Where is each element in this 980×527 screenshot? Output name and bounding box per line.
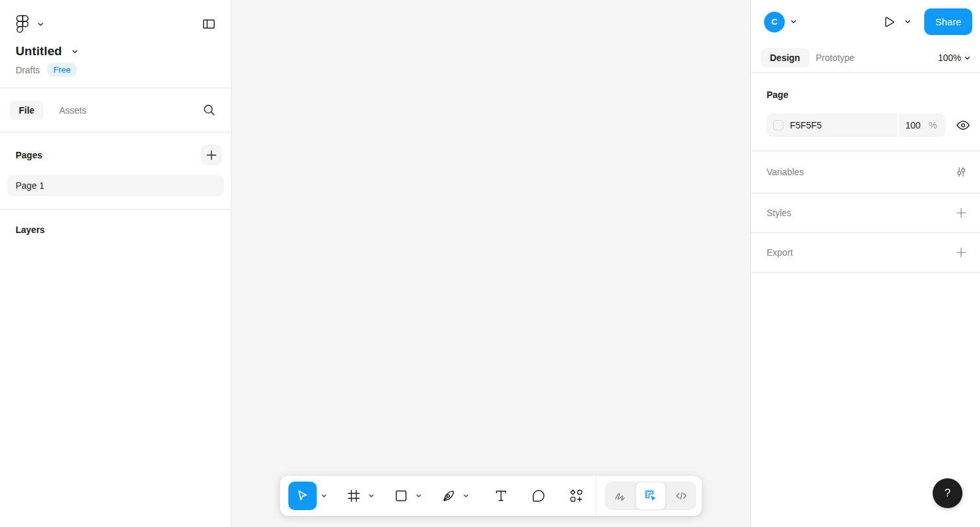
file-title-row[interactable]: Untitled (0, 34, 231, 58)
play-icon (881, 14, 896, 30)
design-mode-icon (643, 488, 658, 504)
left-sidebar: Untitled Drafts Free File Assets Pages P… (0, 0, 232, 527)
right-sidebar: C Share Design Prototype 100% Page (750, 0, 980, 527)
avatar[interactable]: C (764, 12, 785, 32)
dev-mode-button[interactable] (666, 482, 697, 510)
panel-left-icon (201, 16, 217, 32)
pen-icon (441, 488, 457, 504)
tab-design[interactable]: Design (761, 48, 809, 67)
export-label: Export (767, 247, 793, 258)
page-color-input: F5F5F5 100 % (767, 114, 946, 137)
file-meta: Drafts Free (0, 58, 231, 77)
opacity-field[interactable]: 100 % (899, 114, 946, 137)
opacity-value: 100 (905, 120, 920, 130)
chevron-down-icon (964, 55, 971, 62)
pen-tool-button[interactable] (438, 482, 459, 510)
variables-label: Variables (767, 167, 804, 177)
plus-icon (955, 206, 968, 219)
actions-tool-button[interactable] (566, 482, 587, 510)
add-export-button[interactable] (951, 243, 971, 262)
collapse-sidebar-button[interactable] (198, 14, 219, 34)
actions-icon (569, 488, 584, 504)
page-section-title: Page (751, 90, 980, 100)
tab-file[interactable]: File (10, 101, 43, 120)
add-page-button[interactable] (201, 145, 222, 165)
draw-icon (612, 488, 628, 504)
open-variables-button[interactable] (951, 162, 971, 182)
share-button[interactable]: Share (924, 8, 972, 35)
styles-label: Styles (767, 208, 791, 218)
help-button[interactable]: ? (933, 478, 962, 508)
dev-mode-icon (673, 488, 689, 504)
present-menu-chevron[interactable] (900, 12, 916, 32)
layers-title: Layers (16, 225, 45, 235)
frame-tool-button[interactable] (344, 482, 365, 510)
add-style-button[interactable] (951, 203, 971, 223)
tab-assets[interactable]: Assets (59, 105, 86, 116)
draw-mode-button[interactable] (605, 482, 636, 510)
rectangle-icon (394, 488, 409, 504)
visibility-toggle[interactable] (954, 116, 972, 134)
design-mode-button[interactable] (636, 482, 666, 510)
hex-value: F5F5F5 (790, 120, 822, 130)
move-tool-button[interactable] (289, 482, 317, 510)
frame-tool-menu-chevron[interactable] (365, 482, 379, 510)
canvas[interactable] (232, 0, 750, 527)
comment-tool-button[interactable] (529, 482, 549, 510)
frame-icon (346, 488, 362, 504)
eye-icon (955, 117, 971, 133)
zoom-level: 100% (938, 53, 961, 63)
sliders-icon (954, 165, 968, 179)
breadcrumb[interactable]: Drafts (16, 65, 40, 75)
page-color-row: F5F5F5 100 % (767, 114, 972, 137)
comment-icon (531, 488, 547, 504)
figma-logo-icon (16, 15, 29, 33)
variables-section-row[interactable]: Variables (751, 151, 980, 193)
page-name: Page 1 (16, 180, 44, 191)
pages-header: Pages (0, 132, 231, 169)
page-list-item[interactable]: Page 1 (7, 175, 224, 196)
question-icon: ? (944, 487, 950, 500)
text-tool-button[interactable] (491, 482, 512, 510)
text-icon (494, 488, 509, 504)
zoom-control[interactable]: 100% (938, 53, 971, 63)
toolbar-divider (596, 476, 597, 516)
present-button[interactable] (878, 11, 900, 33)
mode-switch (605, 482, 697, 510)
search-icon[interactable] (200, 101, 219, 119)
left-sidebar-header (0, 0, 231, 34)
plus-icon (955, 246, 968, 259)
plus-icon (205, 149, 218, 162)
right-sidebar-tabs: Design Prototype 100% (751, 43, 980, 73)
hex-field[interactable]: F5F5F5 (767, 114, 898, 137)
left-sidebar-tabs: File Assets (0, 88, 231, 132)
page-section: Page F5F5F5 100 % (751, 73, 980, 151)
move-tool-menu-chevron[interactable] (317, 482, 331, 510)
file-title: Untitled (16, 44, 62, 58)
tab-prototype[interactable]: Prototype (816, 53, 855, 63)
plan-badge[interactable]: Free (47, 63, 77, 77)
bottom-toolbar (280, 476, 702, 516)
pages-title: Pages (16, 150, 42, 160)
move-cursor-icon (295, 488, 311, 504)
styles-section-row[interactable]: Styles (751, 193, 980, 233)
color-swatch[interactable] (773, 120, 783, 130)
export-section-row[interactable]: Export (751, 233, 980, 273)
opacity-unit: % (929, 120, 937, 130)
account-menu-chevron[interactable] (785, 12, 802, 32)
layers-header: Layers (0, 210, 231, 235)
shape-tool-menu-chevron[interactable] (412, 482, 426, 510)
right-sidebar-header: C Share (751, 0, 980, 43)
pen-tool-menu-chevron[interactable] (459, 482, 473, 510)
chevron-down-icon (71, 48, 78, 55)
main-menu-button[interactable] (16, 15, 44, 33)
chevron-down-icon (37, 21, 44, 28)
rectangle-tool-button[interactable] (391, 482, 412, 510)
